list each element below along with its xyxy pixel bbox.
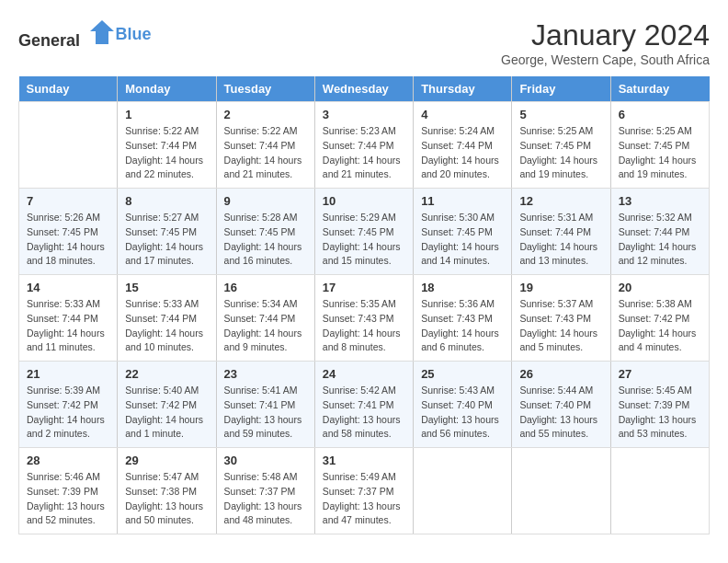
calendar-cell: 8Sunrise: 5:27 AM Sunset: 7:45 PM Daylig… xyxy=(118,189,216,275)
day-number: 9 xyxy=(224,194,307,208)
column-header-wednesday: Wednesday xyxy=(314,76,413,102)
calendar-cell: 3Sunrise: 5:23 AM Sunset: 7:44 PM Daylig… xyxy=(314,102,413,189)
calendar-cell: 27Sunrise: 5:45 AM Sunset: 7:39 PM Dayli… xyxy=(610,362,709,448)
day-number: 24 xyxy=(323,367,405,381)
day-info: Sunrise: 5:39 AM Sunset: 7:42 PM Dayligh… xyxy=(27,384,109,442)
day-info: Sunrise: 5:25 AM Sunset: 7:45 PM Dayligh… xyxy=(619,124,701,182)
calendar-cell: 4Sunrise: 5:24 AM Sunset: 7:44 PM Daylig… xyxy=(414,102,512,189)
calendar-cell: 24Sunrise: 5:42 AM Sunset: 7:41 PM Dayli… xyxy=(314,362,413,448)
day-info: Sunrise: 5:30 AM Sunset: 7:45 PM Dayligh… xyxy=(421,211,504,269)
week-row-4: 21Sunrise: 5:39 AM Sunset: 7:42 PM Dayli… xyxy=(19,362,710,448)
day-info: Sunrise: 5:24 AM Sunset: 7:44 PM Dayligh… xyxy=(421,124,504,182)
day-number: 31 xyxy=(323,454,405,467)
logo-blue-text: Blue xyxy=(116,25,152,43)
day-number: 19 xyxy=(519,281,602,294)
day-number: 22 xyxy=(125,367,208,381)
day-info: Sunrise: 5:46 AM Sunset: 7:39 PM Dayligh… xyxy=(27,470,109,528)
day-number: 17 xyxy=(323,281,405,294)
day-number: 30 xyxy=(224,454,307,467)
day-info: Sunrise: 5:43 AM Sunset: 7:40 PM Dayligh… xyxy=(421,384,504,442)
logo: General Blue xyxy=(18,18,152,51)
day-info: Sunrise: 5:44 AM Sunset: 7:40 PM Dayligh… xyxy=(519,384,602,442)
week-row-2: 7Sunrise: 5:26 AM Sunset: 7:45 PM Daylig… xyxy=(19,189,710,275)
day-number: 28 xyxy=(27,454,109,467)
day-number: 29 xyxy=(125,454,208,467)
column-header-monday: Monday xyxy=(118,76,216,102)
calendar-cell: 15Sunrise: 5:33 AM Sunset: 7:44 PM Dayli… xyxy=(118,275,216,362)
day-number: 20 xyxy=(619,281,701,294)
calendar-cell: 30Sunrise: 5:48 AM Sunset: 7:37 PM Dayli… xyxy=(216,448,314,534)
day-info: Sunrise: 5:27 AM Sunset: 7:45 PM Dayligh… xyxy=(125,211,208,269)
calendar-cell: 9Sunrise: 5:28 AM Sunset: 7:45 PM Daylig… xyxy=(216,189,314,275)
day-info: Sunrise: 5:29 AM Sunset: 7:45 PM Dayligh… xyxy=(323,211,405,269)
day-info: Sunrise: 5:31 AM Sunset: 7:44 PM Dayligh… xyxy=(519,211,602,269)
day-info: Sunrise: 5:22 AM Sunset: 7:44 PM Dayligh… xyxy=(224,124,307,182)
calendar-cell xyxy=(610,448,709,534)
column-header-thursday: Thursday xyxy=(414,76,512,102)
week-row-1: 1Sunrise: 5:22 AM Sunset: 7:44 PM Daylig… xyxy=(19,102,710,189)
day-number: 18 xyxy=(421,281,504,294)
calendar-cell: 6Sunrise: 5:25 AM Sunset: 7:45 PM Daylig… xyxy=(610,102,709,189)
title-block: January 2024 George, Western Cape, South… xyxy=(501,18,710,67)
calendar-cell: 29Sunrise: 5:47 AM Sunset: 7:38 PM Dayli… xyxy=(118,448,216,534)
calendar-cell: 25Sunrise: 5:43 AM Sunset: 7:40 PM Dayli… xyxy=(414,362,512,448)
day-info: Sunrise: 5:35 AM Sunset: 7:43 PM Dayligh… xyxy=(323,297,405,355)
day-info: Sunrise: 5:45 AM Sunset: 7:39 PM Dayligh… xyxy=(619,384,701,442)
day-info: Sunrise: 5:32 AM Sunset: 7:44 PM Dayligh… xyxy=(619,211,701,269)
logo-general-text: General xyxy=(18,31,80,50)
day-info: Sunrise: 5:36 AM Sunset: 7:43 PM Dayligh… xyxy=(421,297,504,355)
day-info: Sunrise: 5:25 AM Sunset: 7:45 PM Dayligh… xyxy=(519,124,602,182)
day-number: 5 xyxy=(519,108,602,121)
calendar-cell xyxy=(19,102,118,189)
day-number: 14 xyxy=(27,281,109,294)
day-number: 26 xyxy=(519,367,602,381)
day-number: 13 xyxy=(619,194,701,208)
day-number: 6 xyxy=(619,108,701,121)
calendar-header-row: SundayMondayTuesdayWednesdayThursdayFrid… xyxy=(19,76,710,102)
day-info: Sunrise: 5:34 AM Sunset: 7:44 PM Dayligh… xyxy=(224,297,307,355)
day-number: 23 xyxy=(224,367,307,381)
calendar-cell: 26Sunrise: 5:44 AM Sunset: 7:40 PM Dayli… xyxy=(512,362,610,448)
column-header-tuesday: Tuesday xyxy=(216,76,314,102)
day-info: Sunrise: 5:38 AM Sunset: 7:42 PM Dayligh… xyxy=(619,297,701,355)
calendar-cell: 19Sunrise: 5:37 AM Sunset: 7:43 PM Dayli… xyxy=(512,275,610,362)
day-info: Sunrise: 5:22 AM Sunset: 7:44 PM Dayligh… xyxy=(125,124,208,182)
calendar-cell: 23Sunrise: 5:41 AM Sunset: 7:41 PM Dayli… xyxy=(216,362,314,448)
day-number: 15 xyxy=(125,281,208,294)
calendar-cell: 21Sunrise: 5:39 AM Sunset: 7:42 PM Dayli… xyxy=(19,362,118,448)
day-number: 11 xyxy=(421,194,504,208)
calendar-cell: 14Sunrise: 5:33 AM Sunset: 7:44 PM Dayli… xyxy=(19,275,118,362)
day-number: 7 xyxy=(27,194,109,208)
day-info: Sunrise: 5:33 AM Sunset: 7:44 PM Dayligh… xyxy=(27,297,109,355)
day-number: 10 xyxy=(323,194,405,208)
calendar-cell: 16Sunrise: 5:34 AM Sunset: 7:44 PM Dayli… xyxy=(216,275,314,362)
calendar-cell: 31Sunrise: 5:49 AM Sunset: 7:37 PM Dayli… xyxy=(314,448,413,534)
day-number: 2 xyxy=(224,108,307,121)
day-info: Sunrise: 5:47 AM Sunset: 7:38 PM Dayligh… xyxy=(125,470,208,528)
column-header-friday: Friday xyxy=(512,76,610,102)
calendar-cell: 13Sunrise: 5:32 AM Sunset: 7:44 PM Dayli… xyxy=(610,189,709,275)
day-info: Sunrise: 5:41 AM Sunset: 7:41 PM Dayligh… xyxy=(224,384,307,442)
day-info: Sunrise: 5:33 AM Sunset: 7:44 PM Dayligh… xyxy=(125,297,208,355)
day-number: 21 xyxy=(27,367,109,381)
day-info: Sunrise: 5:42 AM Sunset: 7:41 PM Dayligh… xyxy=(323,384,405,442)
svg-marker-0 xyxy=(90,20,114,44)
day-number: 8 xyxy=(125,194,208,208)
page-header: General Blue January 2024 George, Wester… xyxy=(18,18,710,67)
column-header-sunday: Sunday xyxy=(19,76,118,102)
day-info: Sunrise: 5:49 AM Sunset: 7:37 PM Dayligh… xyxy=(323,470,405,528)
day-number: 16 xyxy=(224,281,307,294)
month-year-title: January 2024 xyxy=(501,18,710,52)
calendar-cell: 17Sunrise: 5:35 AM Sunset: 7:43 PM Dayli… xyxy=(314,275,413,362)
calendar-cell: 2Sunrise: 5:22 AM Sunset: 7:44 PM Daylig… xyxy=(216,102,314,189)
day-info: Sunrise: 5:28 AM Sunset: 7:45 PM Dayligh… xyxy=(224,211,307,269)
day-number: 12 xyxy=(519,194,602,208)
calendar-cell: 10Sunrise: 5:29 AM Sunset: 7:45 PM Dayli… xyxy=(314,189,413,275)
calendar-cell xyxy=(512,448,610,534)
calendar-cell: 1Sunrise: 5:22 AM Sunset: 7:44 PM Daylig… xyxy=(118,102,216,189)
week-row-3: 14Sunrise: 5:33 AM Sunset: 7:44 PM Dayli… xyxy=(19,275,710,362)
week-row-5: 28Sunrise: 5:46 AM Sunset: 7:39 PM Dayli… xyxy=(19,448,710,534)
calendar-cell xyxy=(414,448,512,534)
calendar-cell: 28Sunrise: 5:46 AM Sunset: 7:39 PM Dayli… xyxy=(19,448,118,534)
day-number: 25 xyxy=(421,367,504,381)
